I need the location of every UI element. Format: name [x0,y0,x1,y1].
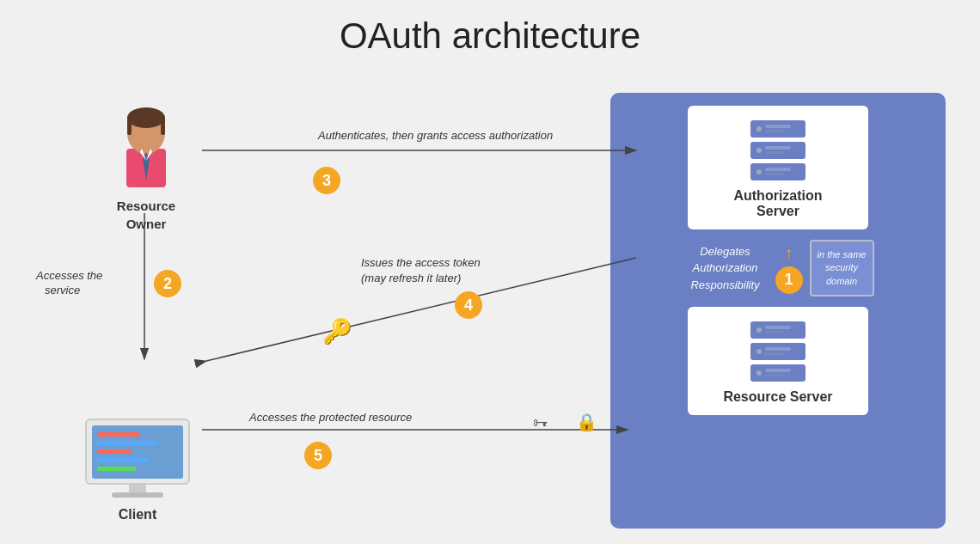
security-domain-box: Authorization Server Delegates Authoriza… [610,93,946,529]
svg-line-48 [206,258,636,361]
badge-1-area: ↑ 1 [775,243,803,294]
resource-server-box: Resource Server [688,307,868,415]
svg-rect-18 [765,347,791,351]
svg-rect-28 [127,118,132,135]
svg-rect-40 [129,484,146,492]
svg-rect-3 [765,130,784,132]
svg-text:2: 2 [163,275,172,292]
resource-owner-label-line1: Resource [95,197,198,215]
svg-point-17 [756,349,762,354]
svg-text:🔑: 🔑 [322,317,352,345]
svg-rect-41 [112,492,163,498]
page-title: OAuth architecture [0,0,980,65]
svg-rect-11 [765,173,784,175]
svg-text:3: 3 [322,172,331,189]
client-icon [82,415,193,501]
up-arrow: ↑ [785,243,793,263]
svg-point-13 [756,327,762,333]
svg-rect-22 [765,369,791,372]
resource-server-label: Resource Server [696,389,860,405]
svg-text:Accesses the protected resourc: Accesses the protected resource [248,411,412,424]
svg-rect-23 [765,374,784,376]
auth-server-icon [744,116,812,185]
svg-text:Authenticates, then grants acc: Authenticates, then grants access author… [317,129,553,142]
svg-text:(may refresh it later): (may refresh it later) [361,272,461,284]
auth-server-label-line2: Server [696,204,860,219]
delegates-text: Delegates Authorization Responsibility [683,243,769,294]
svg-text:🗝: 🗝 [533,414,548,431]
svg-text:Accesses the: Accesses the [35,269,102,282]
svg-text:🔒: 🔒 [576,412,597,432]
svg-rect-39 [97,467,136,471]
svg-point-63 [304,442,332,469]
svg-point-21 [756,370,762,376]
svg-rect-37 [97,449,132,454]
svg-rect-2 [765,125,791,128]
svg-point-52 [455,291,482,319]
resource-owner-icon [107,99,185,193]
svg-rect-15 [765,331,784,333]
svg-rect-14 [765,326,791,329]
svg-text:Issues the access token: Issues the access token [361,256,481,269]
auth-server-box: Authorization Server [688,106,868,229]
svg-rect-10 [765,168,791,171]
svg-text:4: 4 [464,296,473,314]
svg-point-1 [756,126,762,131]
svg-text:5: 5 [314,447,322,464]
delegates-area: Delegates Authorization Responsibility ↑… [619,238,937,298]
same-domain-box: in the same security domain [810,240,874,296]
svg-point-55 [154,270,181,297]
svg-point-27 [127,107,165,128]
client-area: Client [64,415,211,523]
main-container: OAuth architecture A [0,0,980,544]
auth-server-label-line1: Authorization [696,188,860,204]
badge-1: 1 [775,266,803,294]
client-label: Client [64,507,211,523]
svg-point-9 [756,169,762,174]
svg-rect-19 [765,352,784,355]
svg-rect-7 [765,151,784,154]
svg-text:service: service [45,284,80,296]
svg-rect-36 [97,441,157,445]
svg-rect-35 [97,432,140,437]
svg-rect-6 [765,146,791,150]
resource-owner-label-line2: Owner [95,215,198,233]
resource-server-icon [744,317,812,386]
svg-point-46 [313,167,340,194]
svg-rect-29 [161,118,165,135]
resource-owner-area: Resource Owner [95,99,198,233]
svg-point-5 [756,148,762,153]
svg-rect-38 [97,458,149,462]
